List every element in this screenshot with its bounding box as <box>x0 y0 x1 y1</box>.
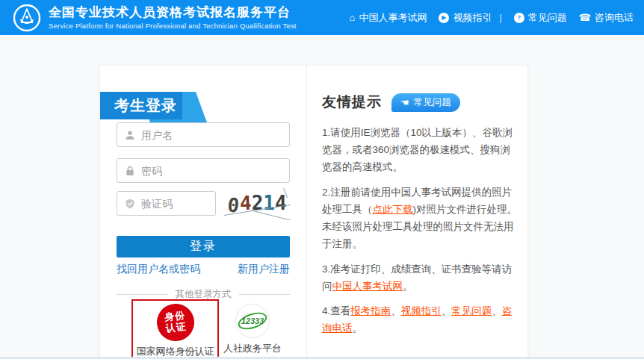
play-icon: ▶ <box>439 13 449 23</box>
forgot-credentials-link[interactable]: 找回用户名或密码 <box>117 263 200 276</box>
captcha-digit: 4 <box>275 192 287 214</box>
method-national-id-auth[interactable]: 身份 认证 国家网络身份认证 <box>131 299 219 359</box>
page-title: 全国专业技术人员资格考试报名服务平台 <box>49 5 297 20</box>
tip-text: 。 <box>403 281 413 292</box>
pointing-hand-icon: ☚ <box>400 98 409 107</box>
header: 全国专业技术人员资格考试报名服务平台 Service Platform for … <box>0 0 644 35</box>
captcha-digit: 4 <box>239 191 252 214</box>
tip-link[interactable]: 点此下载 <box>373 204 413 215</box>
tip-text: 、 <box>492 305 502 316</box>
login-panel-ribbon: 考生登录 <box>100 92 220 125</box>
login-panel-title: 考生登录 <box>100 92 182 119</box>
tip-text: 1.请使用IE浏览器（10以上版本）、谷歌浏览器，或者360浏览器的极速模式、搜… <box>322 127 513 172</box>
register-link[interactable]: 新用户注册 <box>238 263 290 276</box>
password-field <box>117 158 290 183</box>
user-icon <box>125 130 135 140</box>
tip-link[interactable]: 中国人事考试网 <box>332 281 403 292</box>
12333-badge-icon: 12333 <box>235 304 270 338</box>
brand-text: 全国专业技术人员资格考试报名服务平台 Service Platform for … <box>49 5 297 30</box>
tip-text: 、 <box>391 305 401 316</box>
home-icon: ⌂ <box>350 13 356 22</box>
lock-icon <box>125 166 135 176</box>
tip-link[interactable]: 视频指引 <box>401 305 442 316</box>
tip-item: 4.查看报考指南、视频指引、常见问题、咨询电话。 <box>322 302 518 337</box>
divider-line <box>117 294 168 295</box>
tip-item: 1.请使用IE浏览器（10以上版本）、谷歌浏览器，或者360浏览器的极速模式、搜… <box>322 124 518 176</box>
username-input[interactable] <box>141 129 283 141</box>
tips-header: 友情提示 ☚ 常见问题 <box>322 93 518 112</box>
nav-item-video-guide[interactable]: ▶视频指引 <box>439 11 492 25</box>
tip-link[interactable]: 报考指南 <box>350 305 391 316</box>
nav-item-faq[interactable]: ?常见问题 <box>514 11 567 25</box>
login-panel: 考生登录 <box>100 66 306 359</box>
captcha-input[interactable] <box>141 198 209 210</box>
nav-item-hotline[interactable]: ☎咨询电话 <box>579 11 634 25</box>
phone-icon: ☎ <box>579 13 591 22</box>
nav-item-label: 常见问题 <box>528 11 567 25</box>
nav-item-label: 咨询电话 <box>595 11 634 25</box>
shield-check-icon <box>125 199 135 209</box>
badge-text: 12333 <box>241 316 264 325</box>
login-button[interactable]: 登录 <box>117 236 290 257</box>
tips-list: 1.请使用IE浏览器（10以上版本）、谷歌浏览器，或者360浏览器的极速模式、搜… <box>322 124 518 337</box>
tips-title: 友情提示 <box>322 93 382 112</box>
nav-separator: | <box>499 12 501 23</box>
tip-text: 、 <box>442 305 452 316</box>
badge-text-line: 认证 <box>165 322 187 335</box>
tip-text: 4.查看 <box>322 305 350 316</box>
divider-line <box>239 294 291 295</box>
top-nav: ⌂中国人事考试网▶视频指引|?常见问题☎咨询电话 <box>350 11 634 25</box>
faq-button[interactable]: ☚ 常见问题 <box>391 93 460 112</box>
method-label: 人社政务平台 <box>223 342 282 355</box>
method-social-platform[interactable]: 12333 人社政务平台 <box>223 299 282 355</box>
tip-item: 3.准考证打印、成绩查询、证书查验等请访问中国人事考试网。 <box>322 260 518 295</box>
tip-item: 2.注册前请使用中国人事考试网提供的照片处理工具（点此下载)对照片文件进行处理。… <box>322 184 518 253</box>
faq-button-label: 常见问题 <box>414 96 451 109</box>
identity-auth-badge-icon: 身份 认证 <box>155 302 196 343</box>
page: 全国专业技术人员资格考试报名服务平台 Service Platform for … <box>0 0 644 359</box>
platform-logo-icon <box>12 3 42 33</box>
login-card: 考生登录 <box>99 65 528 359</box>
login-methods: 身份 认证 国家网络身份认证 12333 人社政务平台 <box>131 299 282 359</box>
nav-item-label: 视频指引 <box>453 11 492 25</box>
tip-link[interactable]: 常见问题 <box>451 305 492 316</box>
page-subtitle: Service Platform for National Profession… <box>49 22 297 30</box>
brand: 全国专业技术人员资格考试报名服务平台 Service Platform for … <box>12 3 297 33</box>
tip-text: 。 <box>353 322 363 334</box>
username-field <box>117 122 290 147</box>
question-icon: ? <box>514 13 524 23</box>
account-links: 找回用户名或密码 新用户注册 <box>117 263 290 276</box>
nav-item-label: 中国人事考试网 <box>359 11 427 25</box>
nav-item-cpta-site[interactable]: ⌂中国人事考试网 <box>350 11 427 25</box>
captcha-field <box>117 191 216 216</box>
password-input[interactable] <box>141 165 283 177</box>
tips-panel: 友情提示 ☚ 常见问题 1.请使用IE浏览器（10以上版本）、谷歌浏览器，或者3… <box>307 66 527 359</box>
captcha-image[interactable]: 04214 <box>222 185 293 220</box>
captcha-digit: 1 <box>263 192 275 214</box>
